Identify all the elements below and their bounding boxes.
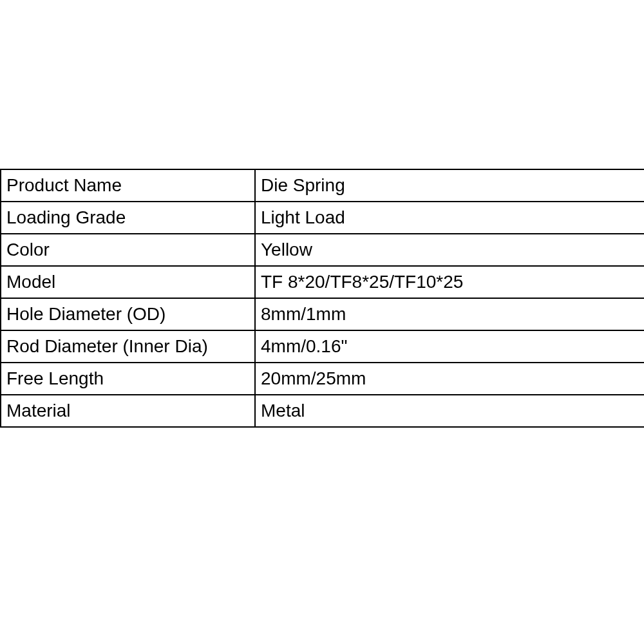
spec-value: Yellow	[255, 234, 644, 266]
table-row: Free Length 20mm/25mm	[1, 363, 644, 395]
spec-value: Light Load	[255, 202, 644, 234]
table-row: Model TF 8*20/TF8*25/TF10*25	[1, 266, 644, 298]
table-row: Material Metal	[1, 395, 644, 427]
spec-value: 4mm/0.16"	[255, 330, 644, 363]
spec-value: Die Spring	[255, 169, 644, 202]
spec-value: TF 8*20/TF8*25/TF10*25	[255, 266, 644, 298]
spec-label: Hole Diameter (OD)	[1, 298, 255, 330]
specs-table: Product Name Die Spring Loading Grade Li…	[0, 169, 644, 428]
spec-label: Loading Grade	[1, 202, 255, 234]
table-row: Color Yellow	[1, 234, 644, 266]
spec-value: Metal	[255, 395, 644, 427]
spec-value: 8mm/1mm	[255, 298, 644, 330]
specs-table-container: Product Name Die Spring Loading Grade Li…	[0, 169, 644, 428]
spec-label: Free Length	[1, 363, 255, 395]
table-row: Loading Grade Light Load	[1, 202, 644, 234]
spec-value: 20mm/25mm	[255, 363, 644, 395]
spec-label: Product Name	[1, 169, 255, 202]
table-row: Product Name Die Spring	[1, 169, 644, 202]
table-row: Hole Diameter (OD) 8mm/1mm	[1, 298, 644, 330]
table-row: Rod Diameter (Inner Dia) 4mm/0.16"	[1, 330, 644, 363]
spec-label: Color	[1, 234, 255, 266]
spec-label: Rod Diameter (Inner Dia)	[1, 330, 255, 363]
spec-label: Model	[1, 266, 255, 298]
spec-label: Material	[1, 395, 255, 427]
